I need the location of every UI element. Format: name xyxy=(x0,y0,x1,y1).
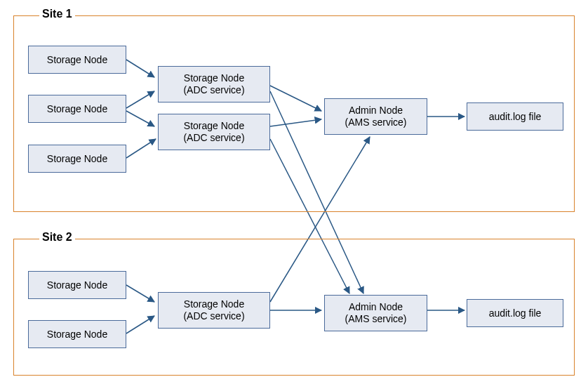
site2-label: Site 2 xyxy=(39,231,75,244)
storage-node: Storage Node xyxy=(28,145,126,173)
node-line1: Admin Node xyxy=(349,301,403,313)
node-text: Storage Node xyxy=(47,329,107,340)
node-line1: Admin Node xyxy=(349,105,403,117)
audit-log-file: audit.log file xyxy=(467,102,563,131)
storage-node: Storage Node xyxy=(28,271,126,299)
node-line1: Storage Node xyxy=(184,120,244,132)
node-line2: (AMS service) xyxy=(345,117,407,128)
node-line2: (ADC service) xyxy=(183,310,244,322)
node-text: Storage Node xyxy=(47,103,107,115)
admin-node: Admin Node (AMS service) xyxy=(324,295,427,331)
node-text: Storage Node xyxy=(47,54,107,66)
node-line1: Storage Node xyxy=(184,298,244,310)
audit-log-file: audit.log file xyxy=(467,299,563,327)
admin-node: Admin Node (AMS service) xyxy=(324,98,427,135)
node-text: audit.log file xyxy=(489,307,542,319)
site1-label: Site 1 xyxy=(39,8,75,20)
node-line1: Storage Node xyxy=(184,72,244,84)
node-line2: (ADC service) xyxy=(183,84,244,96)
storage-node: Storage Node xyxy=(28,320,126,348)
node-text: audit.log file xyxy=(489,111,542,123)
storage-node: Storage Node xyxy=(28,95,126,123)
storage-node-adc: Storage Node (ADC service) xyxy=(158,66,270,102)
node-line2: (ADC service) xyxy=(183,132,244,144)
node-line2: (AMS service) xyxy=(345,313,407,325)
storage-node-adc: Storage Node (ADC service) xyxy=(158,292,270,329)
storage-node: Storage Node xyxy=(28,46,126,74)
node-text: Storage Node xyxy=(47,153,107,165)
storage-node-adc: Storage Node (ADC service) xyxy=(158,114,270,150)
node-text: Storage Node xyxy=(47,279,107,291)
